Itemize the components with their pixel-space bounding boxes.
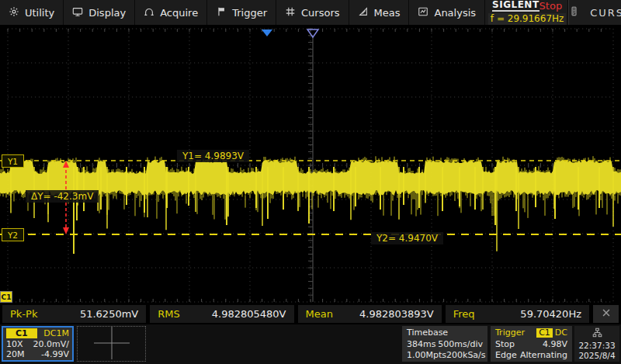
display-icon	[72, 6, 83, 19]
trigger-coupling: DC	[555, 328, 567, 338]
measurement-freq: Freq 59.70420Hz	[446, 305, 589, 323]
flag-icon	[216, 6, 227, 19]
channel1-ground-marker[interactable]: C1	[0, 291, 12, 303]
menu-item-acquire[interactable]: Acquire	[135, 0, 207, 25]
menu-label: Cursors	[301, 7, 340, 19]
measurement-pkpk: Pk-Pk 51.6250mV	[2, 305, 146, 323]
list-icon	[569, 6, 579, 19]
measurement-mean: Mean 4.982803893V	[298, 305, 442, 323]
measurement-value: 51.6250mV	[80, 308, 138, 320]
measurement-value: 4.982803893V	[359, 308, 434, 320]
menu-item-trigger[interactable]: Trigger	[207, 0, 276, 25]
channel1-info-box[interactable]: C1 DC1M 10X 20.0mV/ 20M -4.99V	[2, 326, 74, 362]
menu-label: Trigger	[232, 7, 267, 19]
trigger-delay-marker	[262, 29, 272, 36]
timebase-title: Timebase	[407, 328, 448, 338]
menu-item-cursors[interactable]: Cursors	[276, 0, 349, 25]
channel1-coupling: DC1M	[43, 328, 69, 338]
trigger-source-badge: C1	[536, 328, 553, 338]
measurement-value: 59.70420Hz	[520, 308, 581, 320]
measurement-value: 4.982805480V	[212, 308, 286, 320]
cursor-y2-readout: Y2= 4.9470V	[371, 232, 443, 244]
trigger-title: Trigger	[495, 328, 525, 338]
menu-label: Meas	[374, 7, 401, 19]
siglent-logo: SIGLENT	[492, 0, 539, 12]
measurement-label: Mean	[306, 308, 333, 320]
add-channel-box[interactable]	[77, 326, 146, 362]
cursors-icon	[285, 6, 296, 19]
cursors-panel-header[interactable]: CURSORS	[568, 0, 621, 25]
timebase-info-box[interactable]: Timebase 384ms 500ms/div 1.00Mpts 200kSa…	[402, 326, 487, 362]
menu-item-display[interactable]: Display	[64, 0, 135, 25]
waveform-canvas[interactable]	[0, 25, 621, 303]
cursor-y1-readout: Y1= 4.9893V	[177, 150, 249, 162]
channel1-scale: 20.0mV/	[33, 339, 69, 349]
bottom-status-bar: C1 DC1M 10X 20.0mV/ 20M -4.99V Timebase …	[0, 324, 621, 364]
measurement-bar: Pk-Pk 51.6250mV RMS 4.982805480V Mean 4.…	[0, 303, 621, 324]
timebase-delay: 384ms	[407, 339, 435, 349]
measurement-label: Freq	[453, 308, 475, 320]
channel1-offset: -4.99V	[41, 349, 69, 359]
cursor-y1-handle[interactable]: Y1	[2, 154, 24, 168]
channel1-probe: 10X	[6, 339, 23, 349]
menu-item-utility[interactable]: Utility	[0, 0, 64, 25]
clock-date: 2025/8/4	[578, 351, 615, 360]
panel-title: CURSORS	[590, 7, 621, 19]
brand-status-area: SIGLENT Stop f = 29.91667Hz	[485, 0, 568, 25]
clock-time: 22:37:33	[578, 341, 615, 350]
menu-label: Display	[88, 7, 126, 19]
trigger-slope: Alternating	[520, 350, 567, 360]
top-menu-bar: Utility Display Acquire Trigger Cursors …	[0, 0, 621, 25]
cursor-delta-readout: ΔY= -42.3mV	[26, 190, 99, 203]
trigger-state: Stop	[495, 339, 515, 349]
menu-label: Analysis	[434, 7, 476, 19]
measurement-label: RMS	[158, 308, 180, 320]
close-measurements-button[interactable]	[593, 305, 619, 323]
menu-item-analysis[interactable]: Analysis	[409, 0, 485, 25]
gear-icon	[9, 6, 19, 19]
menu-label: Utility	[25, 7, 54, 19]
measurement-rms: RMS 4.982805480V	[150, 305, 293, 323]
analysis-icon	[418, 6, 428, 19]
channel1-name-badge: C1	[6, 328, 37, 338]
trigger-level: 4.98V	[543, 339, 567, 349]
network-icon	[592, 328, 602, 339]
acquire-icon	[144, 6, 154, 19]
timebase-scale: 500ms/div	[438, 339, 483, 349]
menu-item-meas[interactable]: Meas	[349, 0, 410, 25]
ruler-icon	[358, 6, 369, 19]
crosshair-icon	[94, 327, 130, 362]
clock-box: 22:37:33 2025/8/4	[574, 326, 619, 362]
cursor-y2-handle[interactable]: Y2	[2, 228, 24, 241]
sample-rate: 200kSa/s	[446, 350, 486, 360]
channel1-bandwidth: 20M	[6, 349, 25, 359]
menu-label: Acquire	[160, 7, 198, 19]
close-icon	[601, 307, 612, 321]
run-state-indicator[interactable]: Stop	[539, 0, 563, 12]
trigger-type: Edge	[495, 350, 517, 360]
memory-depth: 1.00Mpts	[407, 350, 446, 360]
scope-display-area[interactable]: Y1 Y2 Y1= 4.9893V ΔY= -42.3mV Y2= 4.9470…	[0, 25, 621, 303]
measurement-label: Pk-Pk	[10, 308, 37, 320]
trigger-frequency-readout: f = 29.91667Hz	[488, 13, 566, 25]
trigger-info-box[interactable]: Trigger C1 DC Stop 4.98V Edge Alternatin…	[491, 326, 572, 362]
